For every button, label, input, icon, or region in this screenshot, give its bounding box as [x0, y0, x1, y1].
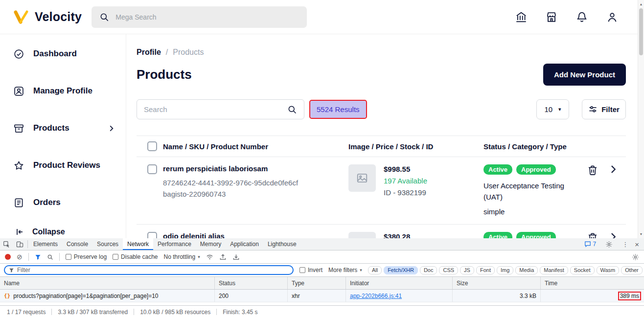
devtools-tab-elements[interactable]: Elements — [29, 238, 62, 250]
pill-js[interactable]: JS — [460, 266, 474, 274]
devtools-settings-gear-icon[interactable] — [602, 241, 616, 248]
product-number: bagisto-220960743 — [163, 188, 331, 200]
network-request-row[interactable]: {} products?pagination[page]=1&paginatio… — [0, 290, 644, 302]
network-conditions-icon[interactable] — [206, 253, 213, 261]
scroll-down-arrow-icon[interactable]: ▼ — [638, 231, 644, 237]
export-har-icon[interactable] — [232, 253, 240, 261]
console-messages-badge[interactable]: 7 — [584, 241, 597, 248]
devtools-menu-kebab-icon[interactable]: ⋮ — [622, 241, 628, 248]
products-search[interactable] — [137, 99, 304, 119]
devtools-tab-lighthouse[interactable]: Lighthouse — [263, 238, 301, 250]
network-filter-text-input[interactable] — [17, 267, 289, 273]
initiator-link[interactable]: app-2202b666.js:41 — [350, 293, 402, 299]
devtools-close-icon[interactable]: × — [635, 240, 639, 249]
filter-toggle-icon[interactable] — [35, 254, 41, 260]
more-filters-label: More filters — [328, 267, 357, 273]
product-stock: 197 Available — [384, 177, 427, 185]
delete-product-button[interactable] — [587, 164, 608, 176]
product-row[interactable]: odio deleniti alias 43204d0d-8590-3809-a… — [137, 225, 626, 239]
sidebar-item-orders[interactable]: Orders — [0, 184, 126, 221]
row-checkbox[interactable] — [147, 164, 157, 174]
device-toolbar-icon[interactable] — [13, 238, 26, 250]
network-column-type[interactable]: Type — [288, 277, 346, 289]
top-bar: Velocity — [0, 0, 644, 34]
add-new-product-button[interactable]: Add New Product — [543, 64, 626, 86]
store-icon[interactable] — [545, 11, 558, 23]
marketplace-icon[interactable] — [515, 11, 528, 23]
per-page-select[interactable]: 10 ▾ — [536, 99, 569, 119]
product-row[interactable]: rerum perspiciatis laboriosam 87246242-4… — [137, 157, 626, 225]
invert-checkbox[interactable]: Invert — [299, 267, 322, 273]
record-network-log-button[interactable] — [5, 254, 11, 260]
application-window: Velocity Dashboard — [0, 0, 644, 318]
pill-doc[interactable]: Doc — [420, 266, 437, 274]
status-badge: Active — [483, 164, 512, 175]
column-header: Image / Price / Stock / ID — [348, 142, 483, 151]
sliders-icon — [588, 105, 598, 114]
network-settings-gear-icon[interactable] — [632, 253, 639, 261]
account-icon[interactable] — [606, 11, 619, 23]
products-table-header: Name / SKU / Product Number Image / Pric… — [137, 136, 626, 157]
devtools-tab-sources[interactable]: Sources — [92, 238, 123, 250]
breadcrumb-profile[interactable]: Profile — [137, 48, 161, 57]
pill-fetch-xhr[interactable]: Fetch/XHR — [384, 266, 418, 274]
mega-search[interactable] — [92, 6, 307, 28]
import-har-icon[interactable] — [219, 253, 227, 261]
pill-css[interactable]: CSS — [439, 266, 458, 274]
page-scrollbar[interactable]: ▲ ▼ — [638, 0, 644, 238]
pill-img[interactable]: Img — [497, 266, 513, 274]
network-column-size[interactable]: Size — [453, 277, 541, 289]
devtools-tab-memory[interactable]: Memory — [196, 238, 226, 250]
devtools-tab-performance[interactable]: Performance — [153, 238, 196, 250]
row-checkbox[interactable] — [147, 232, 157, 239]
dashboard-icon — [13, 48, 24, 60]
expand-row-button[interactable] — [608, 164, 626, 174]
pill-font[interactable]: Font — [476, 266, 495, 274]
throttling-select[interactable]: No throttling ▾ — [163, 253, 200, 260]
devtools-tab-application[interactable]: Application — [226, 238, 263, 250]
filter-button-label: Filter — [601, 105, 620, 114]
delete-product-button[interactable] — [587, 232, 608, 239]
pill-manifest[interactable]: Manifest — [540, 266, 568, 274]
pill-wasm[interactable]: Wasm — [597, 266, 620, 274]
breadcrumb-products[interactable]: Products — [173, 48, 204, 57]
network-column-time[interactable]: Time — [541, 277, 644, 289]
request-size: 3.3 kB — [453, 290, 541, 302]
sidebar-item-products[interactable]: Products — [0, 110, 126, 147]
pill-all[interactable]: All — [368, 266, 382, 274]
image-icon — [356, 172, 368, 184]
request-time: 389 ms — [619, 293, 640, 299]
clear-network-log-icon[interactable]: ⊘ — [17, 253, 23, 260]
devtools-tab-console[interactable]: Console — [62, 238, 92, 250]
network-filter-input[interactable] — [4, 265, 294, 275]
notifications-bell-icon[interactable] — [575, 11, 588, 23]
pill-socket[interactable]: Socket — [570, 266, 595, 274]
products-search-input[interactable] — [144, 105, 283, 114]
inspect-element-icon[interactable] — [0, 238, 13, 250]
mega-search-input[interactable] — [115, 13, 299, 21]
star-icon — [13, 160, 24, 171]
select-all-checkbox[interactable] — [147, 141, 157, 151]
expand-row-button[interactable] — [608, 232, 626, 239]
sidebar-item-product-reviews[interactable]: Product Reviews — [0, 147, 126, 184]
main-content: Profile / Products Products Add New Prod… — [127, 34, 638, 238]
brand-logo[interactable]: Velocity — [0, 10, 82, 24]
filter-button[interactable]: Filter — [582, 99, 626, 119]
devtools-tab-network[interactable]: Network — [123, 238, 153, 250]
sidebar-item-dashboard[interactable]: Dashboard — [0, 35, 126, 72]
preserve-log-checkbox[interactable]: Preserve log — [66, 253, 107, 260]
disable-cache-checkbox[interactable]: Disable cache — [113, 253, 158, 260]
network-column-name[interactable]: Name — [0, 277, 215, 289]
network-column-status[interactable]: Status — [215, 277, 288, 289]
search-network-icon[interactable] — [47, 254, 53, 260]
requests-count: 1 / 17 requests — [7, 309, 46, 316]
pill-other[interactable]: Other — [621, 266, 643, 274]
pill-media[interactable]: Media — [515, 266, 538, 274]
messages-count: 7 — [593, 241, 597, 248]
network-column-initiator[interactable]: Initiator — [346, 277, 453, 289]
scroll-up-arrow-icon[interactable]: ▲ — [638, 1, 644, 7]
sidebar-item-manage-profile[interactable]: Manage Profile — [0, 72, 126, 110]
scrollbar-thumb[interactable] — [639, 8, 643, 55]
brand-name: Velocity — [35, 10, 82, 24]
more-filters-dropdown[interactable]: More filters ▾ — [328, 267, 362, 273]
